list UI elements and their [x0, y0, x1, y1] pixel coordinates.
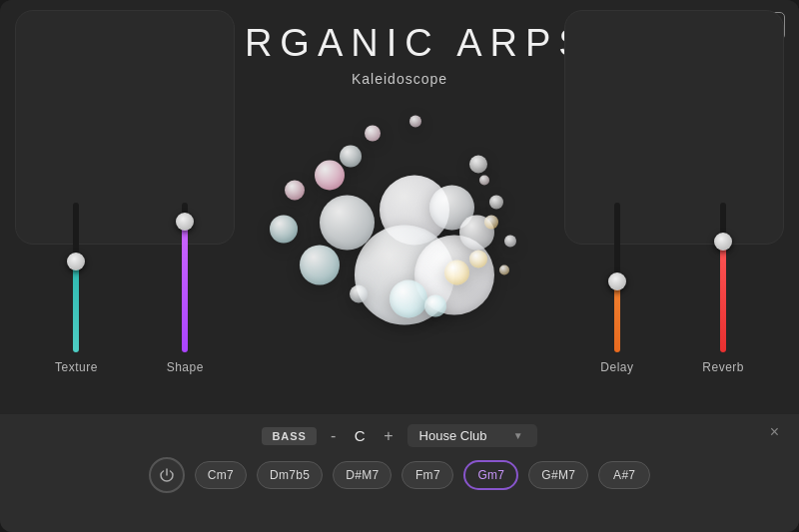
delay-fill — [614, 282, 620, 352]
delay-slider-group: Delay — [600, 173, 633, 374]
bubble — [320, 195, 375, 250]
top-section: UVI ORGANIC ARPS Kaleidoscope — [0, 0, 799, 414]
shape-slider-wrapper — [182, 173, 188, 352]
texture-fill — [73, 263, 79, 352]
shape-slider-track[interactable] — [182, 203, 188, 352]
chord-cm7[interactable]: Cm7 — [195, 461, 247, 489]
bubble — [365, 125, 381, 141]
delay-slider-wrapper — [614, 173, 620, 352]
chord-gm7[interactable]: Gm7 — [463, 460, 518, 490]
bubble — [489, 195, 503, 209]
bubble — [499, 265, 509, 274]
plus-button[interactable]: + — [378, 425, 399, 447]
bubble — [390, 279, 427, 317]
texture-slider-group: Texture — [55, 173, 98, 374]
preset-name-text: House Club — [419, 428, 487, 443]
bottom-bar-top: BASS - C + House Club ▼ × — [0, 414, 799, 453]
reverb-label: Reverb — [702, 360, 744, 374]
bubble — [270, 215, 298, 243]
close-button[interactable]: × — [770, 424, 779, 440]
bubble — [350, 284, 368, 302]
texture-slider-track[interactable] — [73, 203, 79, 352]
delay-slider-track[interactable] — [614, 203, 620, 352]
reverb-slider-wrapper — [720, 173, 726, 352]
bubble — [479, 175, 489, 185]
chord-a#7[interactable]: A#7 — [598, 461, 650, 489]
reverb-fill — [720, 243, 726, 352]
chord-buttons-row: Cm7 Dm7b5 D#M7 Fm7 Gm7 G#M7 A#7 — [0, 453, 799, 503]
reverb-slider-track[interactable] — [720, 203, 726, 352]
bass-label: BASS — [262, 427, 317, 445]
bubble — [285, 180, 305, 200]
minus-button[interactable]: - — [325, 425, 342, 447]
reverb-thumb[interactable] — [714, 233, 732, 251]
texture-slider-wrapper — [73, 173, 79, 352]
bubble — [469, 155, 487, 173]
reverb-slider-group: Reverb — [702, 173, 744, 374]
power-button[interactable] — [149, 457, 185, 493]
center-visualization — [260, 95, 539, 344]
bubble — [300, 245, 340, 284]
texture-thumb[interactable] — [67, 253, 85, 270]
chord-fm7[interactable]: Fm7 — [401, 461, 453, 489]
bubble — [444, 260, 469, 284]
shape-fill — [182, 223, 188, 352]
bubble — [504, 235, 516, 247]
chevron-down-icon: ▼ — [513, 430, 523, 441]
shape-label: Shape — [167, 360, 204, 374]
bubble — [469, 250, 487, 267]
shape-slider-group: Shape — [167, 173, 204, 374]
bubble — [340, 145, 362, 167]
main-container: UVI ORGANIC ARPS Kaleidoscope — [0, 0, 799, 532]
bottom-bar: BASS - C + House Club ▼ × Cm7 Dm7b5 D#M7… — [0, 414, 799, 532]
bubble — [424, 294, 446, 316]
chord-dm7b5[interactable]: Dm7b5 — [257, 461, 323, 489]
shape-thumb[interactable] — [176, 213, 194, 231]
note-display: C — [350, 427, 370, 444]
bubbles-container — [260, 95, 539, 344]
bubble — [409, 115, 421, 127]
preset-selector[interactable]: House Club ▼ — [407, 424, 537, 447]
chord-d#m7[interactable]: D#M7 — [333, 461, 392, 489]
bubble — [484, 215, 498, 229]
chord-g#m7[interactable]: G#M7 — [528, 461, 588, 489]
delay-thumb[interactable] — [608, 272, 626, 290]
delay-label: Delay — [600, 360, 633, 374]
texture-label: Texture — [55, 360, 98, 374]
bubble — [315, 160, 345, 190]
